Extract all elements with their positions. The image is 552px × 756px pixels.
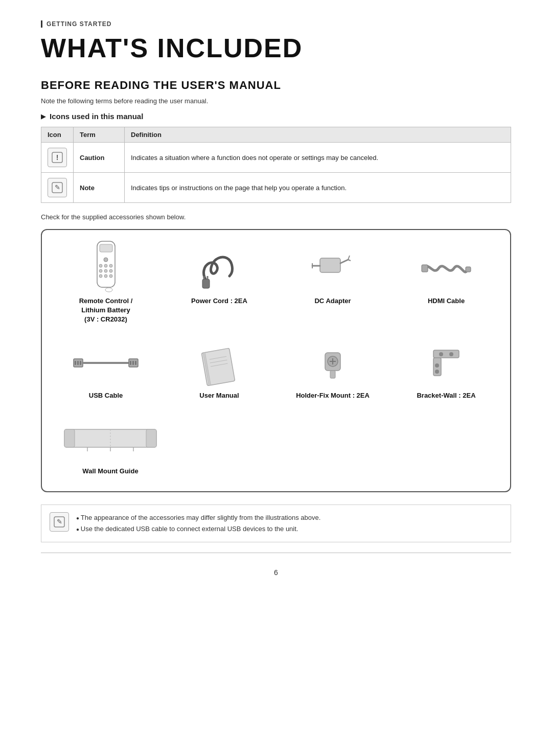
accessories-row3: Wall Mount Guide	[54, 416, 498, 476]
svg-point-9	[109, 264, 112, 267]
definition-note: Indicates tips or instructions on the pa…	[125, 173, 511, 203]
section-label: Getting Started	[41, 20, 511, 28]
accessories-row2: USB Cable User Manual	[54, 340, 498, 400]
table-row: ✎ Note Indicates tips or instructions on…	[41, 173, 511, 203]
caution-icon: !	[48, 148, 67, 167]
hdmi-image	[421, 245, 472, 291]
svg-point-6	[104, 258, 108, 262]
svg-text:!: !	[56, 153, 59, 162]
wallguide-label: Wall Mount Guide	[82, 467, 138, 476]
svg-point-50	[449, 352, 453, 356]
accessory-manual: User Manual	[168, 340, 271, 400]
svg-rect-47	[433, 350, 459, 358]
table-header-definition: Definition	[125, 127, 511, 143]
svg-rect-26	[422, 265, 428, 272]
svg-rect-55	[146, 429, 156, 447]
table-header-term: Term	[74, 127, 125, 143]
section-heading: BEFORE READING THE USER'S MANUAL	[41, 79, 511, 92]
remote-label: Remote Control / Lithium Battery (3V : C…	[79, 296, 133, 325]
page-title: WHAT'S INCLUDED	[41, 33, 511, 63]
accessory-holder: Holder-Fix Mount : 2EA	[281, 340, 384, 400]
icons-subtitle: Icons used in this manual	[41, 112, 511, 121]
accessory-powercord: Power Cord : 2EA	[168, 245, 271, 325]
svg-point-51	[435, 363, 439, 368]
remote-image	[89, 245, 123, 291]
svg-rect-36	[135, 361, 136, 365]
note-box: ✎ The appearance of the accessories may …	[41, 505, 511, 542]
svg-rect-27	[466, 267, 471, 272]
accessories-box: Remote Control / Lithium Battery (3V : C…	[41, 229, 511, 492]
svg-line-22	[348, 256, 350, 260]
accessory-bracket: Bracket-Wall : 2EA	[395, 340, 498, 400]
svg-point-13	[99, 274, 102, 278]
note-icon-box: ✎	[50, 512, 69, 532]
accessory-usb: USB Cable	[54, 340, 157, 400]
powercord-image	[196, 245, 242, 291]
svg-point-10	[99, 269, 102, 272]
svg-rect-54	[64, 429, 75, 447]
svg-point-15	[109, 274, 112, 278]
svg-text:✎: ✎	[55, 184, 60, 191]
bracket-label: Bracket-Wall : 2EA	[417, 391, 475, 400]
svg-rect-53	[64, 429, 156, 447]
svg-rect-32	[77, 361, 79, 365]
manual-label: User Manual	[199, 391, 239, 400]
holder-label: Holder-Fix Mount : 2EA	[296, 391, 370, 400]
svg-text:✎: ✎	[57, 518, 62, 525]
svg-rect-34	[130, 361, 131, 365]
page-number: 6	[41, 568, 511, 577]
note-bullet-1: The appearance of the accessories may di…	[76, 512, 320, 523]
svg-point-11	[104, 269, 107, 272]
accessory-dc: DC Adapter	[281, 245, 384, 325]
bracket-image	[423, 340, 469, 386]
svg-rect-31	[75, 361, 76, 365]
bottom-divider	[41, 553, 511, 553]
svg-rect-17	[202, 279, 210, 288]
svg-rect-46	[330, 371, 335, 378]
definition-caution: Indicates a situation where a function d…	[125, 143, 511, 173]
accessory-wallguide: Wall Mount Guide	[54, 416, 167, 476]
powercord-label: Power Cord : 2EA	[191, 296, 247, 306]
check-text: Check for the supplied accessories shown…	[41, 213, 511, 221]
svg-rect-33	[80, 361, 81, 365]
note-icon: ✎	[48, 178, 67, 197]
holder-image	[312, 340, 353, 386]
svg-rect-5	[100, 244, 112, 252]
accessories-row1: Remote Control / Lithium Battery (3V : C…	[54, 245, 498, 325]
accessory-remote: Remote Control / Lithium Battery (3V : C…	[54, 245, 157, 325]
hdmi-label: HDMI Cable	[428, 296, 465, 306]
svg-point-52	[435, 370, 439, 374]
dc-label: DC Adapter	[314, 296, 351, 306]
term-caution: Caution	[74, 143, 125, 173]
svg-rect-35	[132, 361, 134, 365]
manual-image	[196, 340, 242, 386]
note-bullet-2: Use the dedicated USB cable to connect e…	[76, 523, 320, 535]
intro-text: Note the following terms before reading …	[41, 97, 511, 105]
note-content: The appearance of the accessories may di…	[76, 512, 320, 535]
table-header-icon: Icon	[41, 127, 74, 143]
svg-point-49	[439, 352, 443, 356]
usb-label: USB Cable	[89, 391, 123, 400]
term-note: Note	[74, 173, 125, 203]
svg-point-12	[109, 269, 112, 272]
dc-image	[310, 245, 356, 291]
usb-image	[73, 340, 139, 386]
icons-table: Icon Term Definition ! Caution Indicates…	[41, 127, 511, 203]
table-row: ! Caution Indicates a situation where a …	[41, 143, 511, 173]
svg-rect-20	[320, 258, 340, 272]
svg-point-8	[104, 264, 107, 267]
svg-point-16	[105, 288, 112, 292]
svg-point-14	[104, 274, 107, 278]
svg-point-7	[99, 264, 102, 267]
accessory-hdmi: HDMI Cable	[395, 245, 498, 325]
svg-line-23	[348, 260, 351, 261]
wallguide-image	[62, 416, 159, 462]
svg-line-21	[340, 260, 348, 263]
